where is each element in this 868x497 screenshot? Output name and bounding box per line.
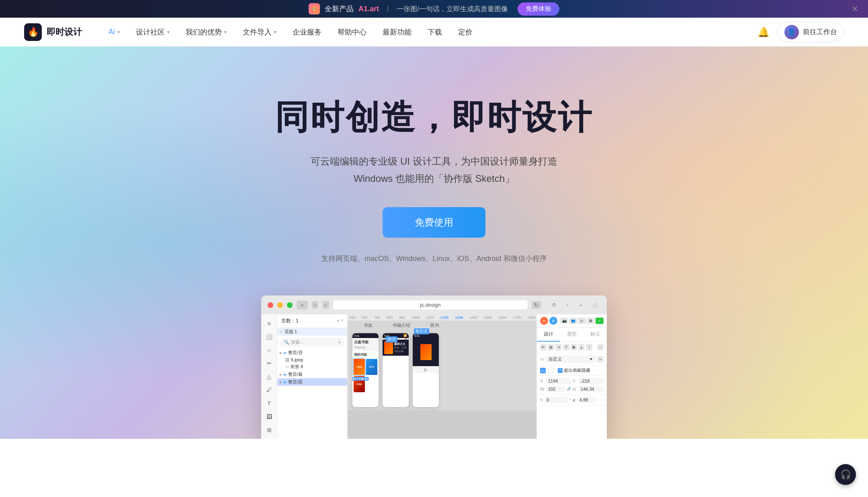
- pages-add-icon[interactable]: + ^: [337, 318, 343, 324]
- users-icon[interactable]: 👥: [569, 318, 577, 324]
- layer-item-image[interactable]: 🖼 6.jpeg: [277, 356, 347, 363]
- browser-body: ≡ ⬜ ○ ✏ △ 🖊 T 🖼 ⊞ 页数：1 + ^ ✓ 页面 1: [261, 314, 607, 439]
- browser-tool-4[interactable]: ⬜: [589, 301, 600, 310]
- layer-item-group1[interactable]: ▸ ◈ 整页/否: [277, 349, 347, 356]
- nav-item-advantages[interactable]: 我们的优势 ▾: [178, 24, 234, 40]
- preset-dropdown[interactable]: 自定义 ▾: [545, 355, 596, 363]
- frame-icon-wrapper: ▭: [540, 357, 544, 361]
- nav-item-features[interactable]: 最新功能: [375, 24, 419, 40]
- nav-item-help[interactable]: 帮助中心: [330, 24, 374, 40]
- nav-download-label: 下载: [428, 27, 442, 37]
- app-sidebar-triangle-icon[interactable]: △: [264, 372, 275, 382]
- filter-icon[interactable]: ≡: [338, 340, 341, 344]
- resize-icon[interactable]: ↔: [597, 356, 604, 363]
- app-sidebar-text-icon[interactable]: T: [264, 398, 275, 408]
- back-icon[interactable]: ‹: [312, 301, 318, 309]
- rotation-input[interactable]: 0: [545, 397, 568, 403]
- y-input[interactable]: -218: [579, 378, 604, 384]
- logo-link[interactable]: 🔥 即时设计: [24, 23, 82, 41]
- rotation-field: ↻ 0 *: [540, 397, 571, 403]
- layer-search-box[interactable]: 🔍 搜索... ≡: [280, 338, 344, 346]
- nav-item-enterprise[interactable]: 企业服务: [285, 24, 329, 40]
- close-banner-button[interactable]: ✕: [852, 4, 858, 14]
- page-1-item[interactable]: ✓ 页面 1: [277, 328, 347, 336]
- w-input[interactable]: 102: [546, 386, 565, 392]
- tab-design[interactable]: 设计: [537, 328, 560, 342]
- search-icon: 🔍: [284, 340, 289, 345]
- refresh-icon[interactable]: ↻: [532, 301, 541, 309]
- user-workspace-button[interactable]: 👤 前往工作台: [778, 22, 844, 42]
- phone-section-label-1: 我的书架: [352, 351, 379, 358]
- sidebar-toggle-icon[interactable]: ≡: [297, 301, 308, 310]
- app-sidebar-frame-icon[interactable]: ⬜: [264, 332, 275, 342]
- nav-item-pricing[interactable]: 定价: [451, 24, 480, 40]
- app-sidebar-image-icon[interactable]: 🖼: [264, 411, 275, 422]
- browser-url[interactable]: js.design: [333, 300, 528, 310]
- banner-description: 一张图/一句话，立即生成高质量图像: [397, 4, 508, 14]
- clip-checkbox[interactable]: ✓ 超出画板隐藏: [558, 367, 590, 373]
- design-panel: A B 📷 👥 ▷ ⊞ ✓ 设计 原型 标注: [536, 314, 607, 439]
- grid-icon[interactable]: ⊞: [587, 318, 595, 324]
- tab-prototype[interactable]: 原型: [560, 328, 583, 341]
- align-center-h-icon[interactable]: ⊟: [548, 344, 554, 350]
- nav-item-download[interactable]: 下载: [420, 24, 449, 40]
- checkbox-frame-icon[interactable]: ▭: [540, 368, 546, 373]
- tab-annotation[interactable]: 标注: [583, 328, 607, 341]
- browser-tool-3[interactable]: +: [575, 301, 587, 310]
- browser-maximize-dot[interactable]: [287, 302, 293, 308]
- align-left-icon[interactable]: ⊢: [540, 344, 547, 350]
- align-right-icon[interactable]: ⊣: [555, 344, 562, 350]
- nav-advantages-chevron: ▾: [224, 29, 227, 35]
- check-icon[interactable]: ✓: [596, 318, 604, 324]
- user-workspace-label: 前往工作台: [803, 27, 837, 37]
- layer-item-group2[interactable]: ▸ ◈ 整页/最: [277, 371, 347, 378]
- app-sidebar-pen-icon[interactable]: ✏: [264, 358, 275, 369]
- section-label-audio: 听书: [430, 322, 439, 328]
- link-proportions-icon[interactable]: 🔗: [567, 387, 571, 391]
- browser-close-dot[interactable]: [268, 302, 273, 308]
- browser-tool-2[interactable]: ↑: [562, 301, 573, 310]
- layer-group3-icon: ◈: [283, 380, 287, 384]
- align-bottom-icon[interactable]: ⊥: [578, 344, 585, 350]
- flip-h-icon[interactable]: ↔: [597, 398, 601, 402]
- nav-item-import[interactable]: 文件导入 ▾: [235, 24, 284, 40]
- h-input[interactable]: 146.34: [579, 386, 604, 392]
- layer-item-group3[interactable]: ▸ ◈ 整页/层: [277, 378, 347, 386]
- banner-cta-button[interactable]: 免费体验: [518, 2, 559, 16]
- x-label: X: [540, 379, 545, 383]
- book-cover-1: FIRE 102 x 146.34: [354, 359, 365, 375]
- hero-cta-button[interactable]: 免费使用: [383, 207, 485, 238]
- align-center-v-icon[interactable]: ⊞: [571, 344, 577, 350]
- x-input[interactable]: 1194: [546, 378, 571, 384]
- layer-item-rect[interactable]: ▭ 矩形 8: [277, 363, 347, 371]
- distribute-icon[interactable]: ⋮: [586, 344, 592, 350]
- browser-toolbar: ≡ ‹ › js.design ↻ ⏱ ↑ + ⬜: [261, 295, 607, 314]
- rotation-constraint-icon: *: [569, 398, 571, 402]
- more-options-icon[interactable]: ⋯: [597, 344, 604, 350]
- audio-play-icon[interactable]: ▷: [424, 367, 428, 372]
- nav-advantages-label: 我们的优势: [186, 27, 222, 37]
- play-icon[interactable]: ▷: [578, 318, 586, 324]
- flip-v-icon[interactable]: ↕: [602, 398, 604, 402]
- nav-item-community[interactable]: 设计社区 ▾: [129, 24, 177, 40]
- nav-community-chevron: ▾: [167, 29, 170, 35]
- hero-subtitle-line2: Windows 也能用的「协作版 Sketch」: [354, 173, 514, 184]
- app-sidebar-component-icon[interactable]: ⊞: [264, 425, 275, 435]
- browser-minimize-dot[interactable]: [277, 302, 283, 308]
- checkbox-rounded-icon[interactable]: [548, 368, 554, 373]
- app-sidebar-brush-icon[interactable]: 🖊: [264, 385, 275, 395]
- opacity-input[interactable]: 4.88: [577, 397, 596, 403]
- browser-tool-1[interactable]: ⏱: [548, 301, 559, 310]
- canvas-phones-container: 搜/页 整页/页 9:41 云盘书架 书籍列表 我的书架: [348, 330, 536, 410]
- detail-book-cover: [384, 341, 393, 354]
- user-avatar: 👤: [784, 25, 799, 39]
- app-sidebar-menu-icon[interactable]: ≡: [264, 318, 275, 328]
- align-top-icon[interactable]: ⊤: [563, 344, 569, 350]
- collapse-icon-2: ▸: [280, 372, 282, 377]
- forward-icon[interactable]: ›: [322, 301, 329, 309]
- app-sidebar-circle-icon[interactable]: ○: [264, 345, 275, 355]
- nav-item-ai[interactable]: Ai ▾: [101, 24, 127, 39]
- notification-bell-icon[interactable]: 🔔: [757, 26, 770, 38]
- screenshot-icon[interactable]: 📷: [560, 318, 568, 324]
- clip-checkbox-label: 超出画板隐藏: [564, 367, 590, 373]
